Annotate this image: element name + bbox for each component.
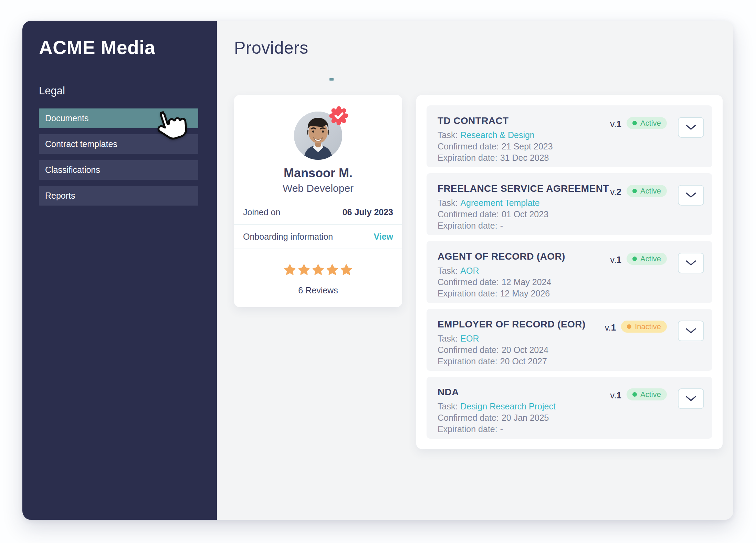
hand-cursor-icon — [150, 107, 188, 145]
task-link[interactable]: Agreement Template — [460, 198, 539, 208]
confirmed-date: 20 Oct 2024 — [502, 345, 548, 355]
confirmed-label: Confirmed date: — [438, 413, 499, 422]
task-label: Task: — [438, 198, 458, 208]
expand-button[interactable] — [678, 321, 704, 341]
task-label: Task: — [438, 334, 458, 343]
star-icon — [326, 264, 338, 276]
expiration-label: Expiration date: — [438, 289, 497, 298]
joined-row: Joined on 06 July 2023 — [234, 200, 402, 224]
star-icon — [298, 264, 310, 276]
sidebar-item-label: Contract templates — [45, 139, 117, 149]
sidebar-item-label: Reports — [45, 191, 75, 201]
expiration-label: Expiration date: — [438, 356, 497, 366]
version-label: v.1 — [610, 119, 621, 129]
columns: Mansoor M. Web Developer Joined on 06 Ju… — [234, 95, 733, 449]
brand-title: ACME Media — [39, 36, 200, 59]
sidebar-item-label: Classifications — [45, 165, 100, 175]
document-title: FREELANCE SERVICE AGREEMENT — [438, 184, 609, 194]
sidebar-item-label: Documents — [45, 113, 88, 123]
expiration-date: - — [500, 424, 503, 434]
joined-value: 06 July 2023 — [343, 207, 393, 217]
status-dot-icon — [632, 257, 637, 261]
chevron-down-icon — [685, 396, 696, 402]
chevron-down-icon — [685, 124, 696, 130]
reviews-count: 6 Reviews — [234, 285, 402, 295]
confirmed-date: 01 Oct 2023 — [502, 209, 548, 219]
status-dot-icon — [632, 189, 637, 193]
app-window: ACME Media Legal Documents Contract temp… — [22, 21, 733, 520]
document-title: EMPLOYER OF RECORD (EOR) — [438, 319, 586, 330]
status-badge: Active — [627, 388, 667, 400]
expiration-date: - — [500, 221, 503, 230]
confirmed-label: Confirmed date: — [438, 209, 499, 219]
expiration-date: 12 May 2026 — [500, 289, 550, 298]
sidebar-section-label: Legal — [39, 85, 200, 97]
confirmed-date: 20 Jan 2025 — [502, 413, 549, 422]
provider-name: Mansoor M. — [234, 166, 402, 180]
rating-section: 6 Reviews — [234, 249, 402, 307]
task-link[interactable]: Design Research Project — [460, 401, 556, 411]
expiration-date: 31 Dec 2028 — [500, 153, 549, 163]
expand-button[interactable] — [678, 253, 704, 273]
main-content: Providers — [217, 21, 733, 520]
verified-badge-icon — [329, 106, 348, 125]
expiration-label: Expiration date: — [438, 424, 497, 434]
sidebar-item-reports[interactable]: Reports — [39, 186, 198, 206]
expand-button[interactable] — [678, 388, 704, 409]
onboarding-label: Onboarding information — [243, 232, 333, 242]
chevron-down-icon — [685, 192, 696, 198]
status-text: Active — [640, 254, 661, 263]
status-dot-icon — [632, 392, 637, 397]
document-card: FREELANCE SERVICE AGREEMENT Task:Agreeme… — [427, 173, 712, 235]
confirmed-label: Confirmed date: — [438, 142, 499, 151]
confirmed-date: 12 May 2024 — [502, 277, 552, 287]
confirmed-date: 21 Sept 2023 — [502, 142, 553, 151]
avatar-wrap — [294, 112, 342, 160]
version-label: v.1 — [610, 390, 621, 401]
expiration-label: Expiration date: — [438, 221, 497, 230]
expiration-date: 20 Oct 2027 — [500, 356, 547, 366]
status-text: Inactive — [635, 322, 661, 331]
task-link[interactable]: Research & Design — [460, 130, 534, 140]
status-text: Active — [640, 187, 661, 196]
task-label: Task: — [438, 401, 458, 411]
document-card: AGENT OF RECORD (AOR) Task:AOR Confirmed… — [427, 241, 712, 303]
document-title: AGENT OF RECORD (AOR) — [438, 251, 565, 262]
status-text: Active — [640, 390, 661, 399]
expand-button[interactable] — [678, 185, 704, 206]
status-badge: Active — [627, 185, 667, 197]
view-link[interactable]: View — [374, 232, 393, 242]
star-icon — [340, 264, 353, 276]
document-title: TD CONTRACT — [438, 116, 553, 126]
document-card: TD CONTRACT Task:Research & Design Confi… — [427, 105, 712, 167]
profile-card: Mansoor M. Web Developer Joined on 06 Ju… — [234, 95, 402, 307]
page: ACME Media Legal Documents Contract temp… — [0, 0, 756, 543]
version-label: v.2 — [610, 187, 621, 197]
page-title: Providers — [234, 38, 733, 58]
expand-button[interactable] — [678, 117, 704, 138]
tab-bar — [234, 74, 733, 76]
task-link[interactable]: AOR — [460, 266, 479, 275]
sidebar-item-classifications[interactable]: Classifications — [39, 160, 198, 180]
status-badge: Active — [627, 117, 667, 129]
confirmed-label: Confirmed date: — [438, 345, 499, 355]
status-badge: Inactive — [621, 321, 667, 333]
task-link[interactable]: EOR — [460, 334, 479, 343]
status-badge: Active — [627, 253, 667, 265]
confirmed-label: Confirmed date: — [438, 277, 499, 287]
status-text: Active — [640, 119, 661, 128]
joined-label: Joined on — [243, 207, 280, 217]
documents-panel: TD CONTRACT Task:Research & Design Confi… — [416, 95, 723, 449]
rating-stars — [284, 264, 353, 276]
document-title: NDA — [438, 387, 556, 397]
document-card: NDA Task:Design Research Project Confirm… — [427, 377, 712, 439]
expiration-label: Expiration date: — [438, 153, 497, 163]
version-label: v.1 — [610, 254, 621, 265]
version-label: v.1 — [605, 322, 616, 333]
chevron-down-icon — [685, 260, 696, 266]
onboarding-row: Onboarding information View — [234, 224, 402, 249]
document-card: EMPLOYER OF RECORD (EOR) Task:EOR Confir… — [427, 309, 712, 371]
star-icon — [312, 264, 324, 276]
chevron-down-icon — [685, 328, 696, 334]
status-dot-icon — [627, 324, 631, 329]
